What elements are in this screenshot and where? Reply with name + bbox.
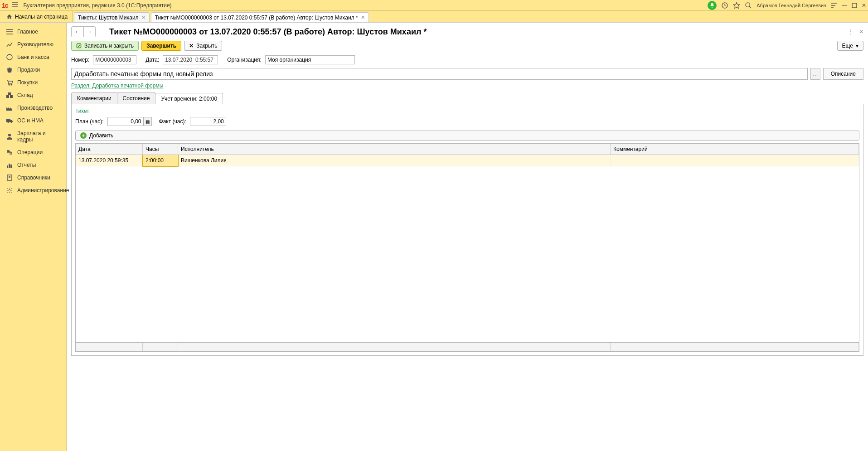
ticket-link[interactable]: Тикет	[75, 108, 859, 114]
plus-icon: +	[80, 132, 87, 139]
svg-point-11	[11, 122, 12, 123]
nav-catalogs[interactable]: Справочники	[0, 171, 66, 184]
star-icon[interactable]	[733, 2, 740, 9]
tab-label: Тикет №МО000000003 от 13.07.2020 0:55:57…	[155, 15, 358, 21]
date-field[interactable]	[163, 55, 218, 64]
search-icon[interactable]	[745, 2, 752, 9]
fact-label: Факт (час):	[159, 118, 186, 125]
plan-label: План (час):	[75, 118, 104, 125]
tab-label: Тикеты: Шустов Михаил	[78, 15, 139, 21]
tab-home[interactable]: Начальная страница	[2, 11, 73, 22]
subtabs: Комментарии Состояние Учет времени: 2:00…	[71, 92, 863, 104]
col-comment[interactable]: Комментарий	[611, 144, 859, 155]
tab-ticket-detail[interactable]: Тикет №МО000000003 от 13.07.2020 0:55:57…	[151, 12, 369, 22]
back-button[interactable]: ←	[72, 27, 83, 37]
notifications-icon[interactable]	[708, 1, 717, 10]
kebab-icon[interactable]: ⋮	[848, 29, 853, 35]
tab-home-label: Начальная страница	[15, 14, 68, 20]
main-content: ← → Тикет №МО000000003 от 13.07.2020 0:5…	[67, 23, 868, 451]
ops-icon	[6, 150, 13, 155]
cell-comment[interactable]	[611, 155, 859, 166]
plan-input[interactable]	[107, 117, 144, 126]
grid-header: Дата Часы Исполнитель Комментарий	[76, 144, 859, 155]
username-label[interactable]: Абрамов Геннадий Сергеевич	[756, 3, 826, 8]
nav-bank[interactable]: Банк и касса	[0, 51, 66, 63]
nav-reports[interactable]: Отчеты	[0, 159, 66, 171]
app-logo: 1c	[2, 2, 8, 9]
svg-point-5	[11, 84, 12, 85]
nav-main[interactable]: Главное	[0, 25, 66, 38]
more-button[interactable]: Еще ▾	[837, 41, 863, 51]
tab-close-icon[interactable]: ✕	[141, 15, 145, 20]
cell-date[interactable]: 13.07.2020 20:59:35	[76, 155, 143, 166]
svg-rect-15	[9, 164, 10, 168]
svg-rect-2	[852, 3, 857, 8]
tab-close-icon[interactable]: ✕	[361, 15, 365, 20]
svg-rect-8	[8, 92, 11, 95]
nav-manager[interactable]: Руководителю	[0, 38, 66, 51]
section-link[interactable]: Раздел: Доработка печатной формы	[71, 82, 163, 89]
svg-point-13	[8, 151, 9, 152]
fact-input[interactable]	[190, 117, 226, 126]
calc-button[interactable]: ▦	[144, 117, 152, 126]
subject-field[interactable]	[71, 68, 808, 80]
close-button[interactable]: ✕ Закрыть	[184, 41, 222, 51]
nav-hr[interactable]: Зарплата и кадры	[0, 127, 66, 146]
grid-body[interactable]: 13.07.2020 20:59:35 2:00:00 Вишенкова Ли…	[76, 155, 859, 342]
minimize-icon[interactable]: —	[842, 2, 847, 9]
svg-point-4	[9, 84, 10, 85]
svg-rect-6	[6, 95, 9, 98]
book-icon	[6, 175, 13, 181]
menu-icon[interactable]	[12, 2, 19, 9]
tab-content: Тикет План (час): ▦ Факт (час): + Добави…	[71, 104, 863, 356]
subject-picker-button[interactable]: …	[810, 68, 820, 80]
number-field[interactable]	[93, 55, 136, 64]
svg-point-1	[746, 3, 750, 7]
cell-hours[interactable]: 2:00:00	[143, 155, 178, 166]
svg-rect-9	[6, 119, 10, 122]
nav-production[interactable]: Производство	[0, 102, 66, 114]
nav-sales[interactable]: Продажи	[0, 63, 66, 76]
nav-purchases[interactable]: Покупки	[0, 76, 66, 89]
page-title: Тикет №МО000000003 от 13.07.2020 0:55:57…	[109, 27, 843, 37]
nav-admin[interactable]: Администрирование	[0, 184, 66, 197]
x-icon: ✕	[189, 43, 194, 49]
finish-button[interactable]: Завершить	[141, 41, 181, 51]
tab-comments[interactable]: Комментарии	[71, 92, 117, 104]
list-icon	[6, 29, 13, 34]
col-executor[interactable]: Исполнитель	[178, 144, 611, 155]
tab-state[interactable]: Состояние	[117, 92, 156, 104]
barchart-icon	[6, 162, 13, 168]
col-date[interactable]: Дата	[76, 144, 143, 155]
forward-button[interactable]: →	[83, 27, 95, 37]
close-page-icon[interactable]: ✕	[859, 29, 863, 35]
close-icon[interactable]: ✕	[862, 2, 866, 9]
sidebar: Главное Руководителю Банк и касса Продаж…	[0, 23, 67, 451]
maximize-icon[interactable]	[852, 3, 857, 8]
truck-icon	[6, 118, 13, 123]
svg-rect-16	[10, 165, 12, 168]
svg-point-10	[8, 122, 9, 123]
grid-footer	[76, 342, 859, 351]
settings-icon[interactable]	[831, 2, 837, 9]
table-row[interactable]: 13.07.2020 20:59:35 2:00:00 Вишенкова Ли…	[76, 155, 859, 166]
toolbar: Записать и закрыть Завершить ✕ Закрыть Е…	[71, 41, 863, 51]
description-button[interactable]: Описание	[823, 68, 863, 80]
person-icon	[6, 133, 13, 140]
col-hours[interactable]: Часы	[143, 144, 178, 155]
save-close-button[interactable]: Записать и закрыть	[71, 41, 139, 51]
titlebar: 1c Бухгалтерия предприятия, редакция 3.0…	[0, 0, 868, 11]
header-fields-row: Номер: Дата: Организация:	[71, 55, 863, 64]
tab-time-tracking[interactable]: Учет времени: 2:00:00	[155, 93, 223, 104]
nav-assets[interactable]: ОС и НМА	[0, 114, 66, 127]
chevron-down-icon: ▾	[856, 43, 858, 49]
history-icon[interactable]	[721, 2, 728, 9]
svg-point-3	[7, 54, 12, 60]
org-field[interactable]	[265, 55, 355, 64]
nav-operations[interactable]: Операции	[0, 146, 66, 159]
add-button[interactable]: + Добавить	[75, 131, 859, 141]
nav-warehouse[interactable]: Склад	[0, 89, 66, 102]
number-label: Номер:	[71, 57, 89, 63]
tab-tickets[interactable]: Тикеты: Шустов Михаил ✕	[74, 12, 150, 22]
cell-executor[interactable]: Вишенкова Лилия	[178, 155, 611, 166]
